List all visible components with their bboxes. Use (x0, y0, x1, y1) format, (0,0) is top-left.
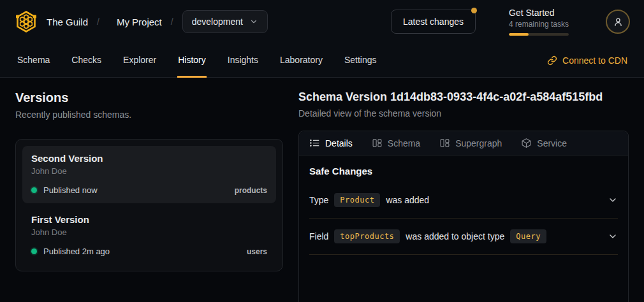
change-code-chip: Query (510, 229, 546, 243)
versions-list: Second Version John Doe Published now pr… (15, 139, 283, 271)
change-text: was added (386, 195, 429, 205)
versions-column: Versions Recently published schemas. Sec… (15, 90, 283, 302)
version-name: Second Version (31, 153, 267, 164)
nav-tabs: Schema Checks Explorer History Insights … (17, 43, 377, 77)
nav-tab-history[interactable]: History (177, 43, 207, 78)
version-list-item-first[interactable]: First Version John Doe Published 2m ago … (22, 207, 276, 264)
detail-tab-schema[interactable]: Schema (372, 138, 420, 148)
safe-changes-heading: Safe Changes (309, 166, 618, 176)
nav-tab-insights[interactable]: Insights (227, 43, 259, 78)
detail-tab-service[interactable]: Service (521, 138, 567, 148)
connect-to-cdn-label: Connect to CDN (562, 55, 627, 66)
detail-tab-label: Supergraph (455, 138, 502, 148)
versions-title: Versions (15, 90, 283, 105)
chevron-down-icon (249, 17, 258, 26)
chevron-down-icon[interactable] (608, 231, 618, 241)
detail-tab-details[interactable]: Details (309, 138, 353, 148)
person-icon (613, 17, 624, 27)
connect-to-cdn-link[interactable]: Connect to CDN (547, 43, 627, 77)
breadcrumb-separator: / (97, 17, 99, 27)
detail-tabs: Details Schema (299, 131, 628, 155)
main-content: Versions Recently published schemas. Sec… (0, 78, 644, 302)
link-icon (547, 55, 557, 66)
latest-changes-button[interactable]: Latest changes (391, 10, 476, 34)
published-status-dot (31, 248, 37, 254)
get-started-title: Get Started (509, 8, 569, 18)
project-nav: Schema Checks Explorer History Insights … (0, 43, 644, 78)
version-detail-subtitle: Detailed view of the schema version (298, 108, 629, 119)
get-started-progress-track (509, 33, 569, 36)
version-list-item-second[interactable]: Second Version John Doe Published now pr… (22, 146, 276, 203)
change-code-chip: topProducts (334, 229, 400, 243)
top-bar: The Guild / My Project / development Lat… (0, 0, 644, 43)
user-avatar[interactable] (606, 10, 630, 34)
list-icon (309, 138, 320, 148)
change-text: Field (309, 231, 328, 241)
change-code-chip: Product (334, 193, 380, 207)
breadcrumb-project[interactable]: My Project (117, 17, 162, 27)
get-started-subtitle: 4 remaining tasks (509, 20, 569, 29)
version-author: John Doe (31, 166, 267, 176)
breadcrumb-org[interactable]: The Guild (47, 17, 88, 27)
version-name: First Version (31, 214, 267, 225)
detail-tab-supergraph[interactable]: Supergraph (439, 138, 502, 148)
published-status-dot (31, 187, 37, 193)
change-row-field-added[interactable]: Field topProducts was added to object ty… (309, 219, 618, 255)
version-service-name: products (235, 186, 267, 195)
app-window: The Guild / My Project / development Lat… (0, 0, 644, 302)
layout-columns-icon (439, 138, 450, 148)
get-started-widget[interactable]: Get Started 4 remaining tasks (509, 8, 569, 36)
nav-tab-laboratory[interactable]: Laboratory (279, 43, 323, 78)
detail-tab-label: Service (537, 138, 567, 148)
breadcrumb-separator: / (171, 17, 173, 27)
version-detail-title: Schema Version 1d14db83-0933-4f4c-a02f-a… (298, 90, 629, 104)
change-text: was added to object type (406, 231, 504, 241)
detail-tab-label: Schema (388, 138, 420, 148)
version-detail-column: Schema Version 1d14db83-0933-4f4c-a02f-a… (298, 90, 629, 302)
nav-tab-settings[interactable]: Settings (344, 43, 377, 78)
version-author: John Doe (31, 227, 267, 237)
environment-selector[interactable]: development (182, 10, 268, 33)
version-detail-panel: Details Schema (298, 131, 629, 302)
notification-dot (471, 8, 477, 13)
cube-icon (521, 138, 532, 148)
nav-tab-explorer[interactable]: Explorer (122, 43, 157, 78)
version-status: Published 2m ago (43, 247, 110, 256)
hive-logo-icon[interactable] (14, 10, 38, 34)
nav-tab-schema[interactable]: Schema (17, 43, 50, 78)
versions-subtitle: Recently published schemas. (15, 110, 283, 120)
nav-tab-checks[interactable]: Checks (71, 43, 102, 78)
version-service-name: users (247, 247, 267, 256)
environment-value: development (192, 17, 243, 27)
version-status-row: Published now products (31, 185, 267, 195)
detail-body: Safe Changes Type Product was added Fiel… (299, 155, 628, 265)
latest-changes-label: Latest changes (403, 17, 464, 27)
version-status-row: Published 2m ago users (31, 247, 267, 256)
version-status: Published now (43, 185, 98, 195)
layout-columns-icon (372, 138, 383, 148)
change-text: Type (309, 195, 328, 205)
change-row-type-added[interactable]: Type Product was added (309, 182, 618, 219)
detail-tab-label: Details (325, 138, 353, 148)
get-started-progress-fill (509, 33, 529, 36)
chevron-down-icon[interactable] (608, 195, 618, 205)
